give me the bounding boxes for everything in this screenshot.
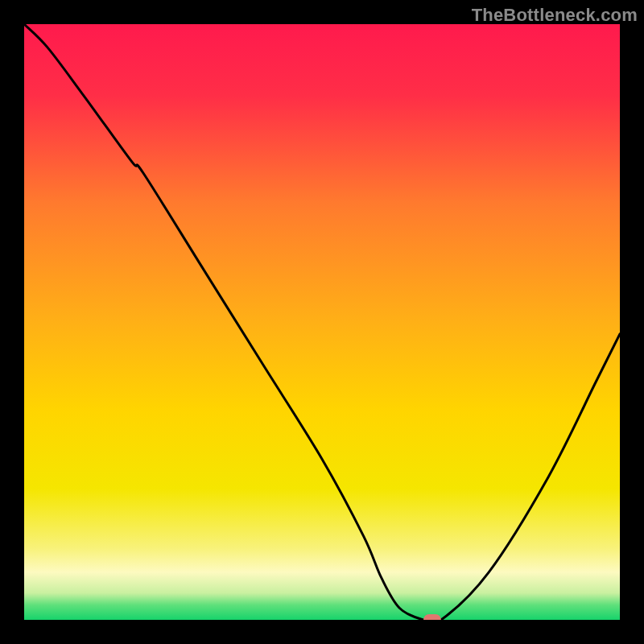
bottleneck-curve xyxy=(24,24,620,620)
curve-layer xyxy=(24,24,620,620)
plot-area xyxy=(24,24,620,620)
chart-frame: TheBottleneck.com xyxy=(0,0,644,644)
optimal-point-marker xyxy=(423,614,441,620)
watermark-text: TheBottleneck.com xyxy=(472,5,638,26)
